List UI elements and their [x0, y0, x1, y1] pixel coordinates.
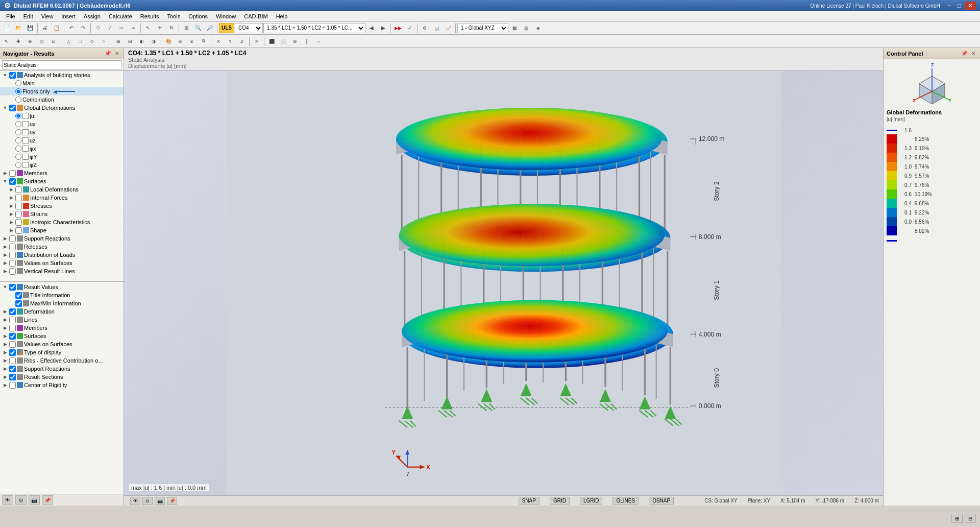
nav-pin-button[interactable]: 📌 — [103, 50, 112, 57]
tb2-btn13[interactable]: ◑ — [148, 36, 159, 47]
nav-shape-row[interactable]: ▶ Shape — [0, 226, 124, 234]
nav-expand-ribs[interactable]: ▶ — [2, 358, 8, 363]
tb2-btn11[interactable]: ⊟ — [125, 36, 136, 47]
nav-cb-shape[interactable] — [15, 227, 22, 234]
tb2-btn1[interactable]: ↖ — [1, 36, 12, 47]
cp-close-button[interactable]: ✕ — [970, 50, 977, 57]
nav-title-info-row[interactable]: Title Information — [0, 291, 124, 299]
nav-cb-inner-phix[interactable] — [22, 146, 29, 152]
nav-expand-lines[interactable]: ▶ — [2, 317, 8, 322]
nav-cb-internal-forces[interactable] — [15, 195, 22, 201]
tb-zoom-out[interactable]: 🔎 — [204, 22, 215, 34]
osnap-button[interactable]: OSNAP — [649, 497, 674, 505]
nav-expand-surfaces2[interactable]: ▶ — [2, 333, 8, 339]
menu-calculate[interactable]: Calculate — [105, 13, 136, 20]
tb2-btn21[interactable]: ✕ — [251, 36, 262, 47]
nav-expand-type-display[interactable]: ▶ — [2, 350, 8, 355]
nav-surfaces2-row[interactable]: ▶ Surfaces — [0, 332, 124, 340]
nav-uz-row[interactable]: uz — [0, 136, 124, 145]
tb2-btn22[interactable]: ⬛ — [266, 36, 277, 47]
nav-cb-deformation[interactable] — [9, 308, 16, 315]
nav-expand-support-reactions2[interactable]: ▶ — [2, 366, 8, 371]
maximize-button[interactable]: □ — [954, 2, 964, 10]
nav-cb-title-info[interactable] — [15, 292, 22, 299]
nav-vertical-result-lines-row[interactable]: ▶ Vertical Result Lines — [0, 267, 124, 275]
tb2-btn17[interactable]: ⧉ — [198, 36, 209, 47]
tb-prev-result[interactable]: ◀ — [366, 22, 377, 34]
tb-undo[interactable]: ↶ — [66, 22, 77, 34]
nav-close-button[interactable]: ✕ — [113, 50, 120, 57]
tb-move[interactable]: ✛ — [154, 22, 165, 34]
nav-ribs-row[interactable]: ▶ Ribs - Effective Contribution on Surfa… — [0, 356, 124, 365]
nav-radio-floors-only-row[interactable]: Floors only ◀ — [0, 87, 124, 95]
nav-expand-strains[interactable]: ▶ — [8, 211, 14, 217]
load-expression-combo[interactable]: 1.35 * LC1 + 1.50 * LC2 + 1.05 * LC... — [263, 23, 365, 33]
tb-zoom-in[interactable]: 🔍 — [192, 22, 204, 34]
nav-releases-row[interactable]: ▶ Releases — [0, 243, 124, 251]
tb-run-calc[interactable]: ▶▶ — [393, 22, 404, 34]
view-combo[interactable]: 1 - Global XYZ — [457, 23, 508, 33]
nav-distribution-of-loads-row[interactable]: ▶ Distribution of Loads — [0, 251, 124, 259]
nav-cb-members[interactable] — [9, 170, 16, 177]
nav-stresses-row[interactable]: ▶ Stresses — [0, 202, 124, 210]
nav-maxmin-row[interactable]: Max/Min Information — [0, 299, 124, 307]
nav-cb-center-rigidity[interactable] — [9, 382, 16, 389]
nav-cb-vert-lines[interactable] — [9, 268, 16, 275]
nav-type-display-row[interactable]: ▶ Type of display — [0, 348, 124, 356]
nav-expand-result-sections[interactable]: ▶ — [2, 374, 8, 379]
nav-support-reactions2-row[interactable]: ▶ Support Reactions — [0, 365, 124, 373]
nav-expand-center-rigidity[interactable]: ▶ — [2, 382, 8, 388]
nav-expand-result-values[interactable]: ▼ — [2, 284, 8, 290]
load-case-combo[interactable]: CO4 — [235, 23, 263, 33]
lgrid-button[interactable]: LGRID — [580, 497, 603, 505]
nav-cb-members2[interactable] — [9, 325, 16, 331]
nav-center-rigidity-row[interactable]: ▶ Center of Rigidity — [0, 381, 124, 389]
tb-print[interactable]: 🖨 — [39, 22, 51, 34]
nav-ux-row[interactable]: ux — [0, 120, 124, 128]
nav-radio-uy[interactable] — [15, 129, 21, 135]
snap-button[interactable]: SNAP — [519, 497, 540, 505]
nav-cb-inner-phiy[interactable] — [22, 154, 29, 160]
nav-expand-isotropic[interactable]: ▶ — [8, 220, 14, 225]
glines-button[interactable]: GLINES — [612, 497, 639, 505]
nav-expand-shape[interactable]: ▶ — [8, 228, 14, 233]
nav-cb-inner-uz[interactable] — [22, 137, 29, 143]
nav-cb-ribs[interactable] — [9, 357, 16, 364]
nav-cb-local-def[interactable] — [15, 186, 22, 193]
nav-cb-vals-surfaces2[interactable] — [9, 341, 16, 348]
nav-vals-surfaces2-row[interactable]: ▶ Values on Surfaces — [0, 340, 124, 348]
nav-radio-ux[interactable] — [15, 121, 21, 127]
tb2-btn5[interactable]: ⊡ — [48, 36, 59, 47]
tb2-btn23[interactable]: ⬜ — [278, 36, 289, 47]
nav-members-row[interactable]: ▶ Members — [0, 169, 124, 177]
tb-redo[interactable]: ↷ — [78, 22, 89, 34]
nav-cb-support-reactions2[interactable] — [9, 366, 16, 372]
close-button[interactable]: ✕ — [965, 2, 976, 10]
tb-nodes[interactable]: ⬡ — [92, 22, 104, 34]
tb2-btn12[interactable]: ◐ — [136, 36, 148, 47]
nav-expand-surfaces[interactable]: ▼ — [2, 179, 8, 184]
menu-file[interactable]: File — [2, 13, 19, 20]
nav-cb-inner-u[interactable] — [22, 113, 29, 119]
tb-lines[interactable]: ╱ — [104, 22, 115, 34]
nav-cb-releases[interactable] — [9, 244, 16, 250]
tb-open[interactable]: 📂 — [13, 22, 24, 34]
nav-radio-main-row[interactable]: Main — [0, 79, 124, 87]
nav-expand-dist-loads[interactable]: ▶ — [2, 252, 8, 257]
nav-expand-stresses[interactable]: ▶ — [8, 203, 14, 208]
nav-radio-u[interactable] — [15, 113, 21, 119]
menu-options[interactable]: Options — [184, 13, 212, 20]
nav-phix-row[interactable]: φx — [0, 145, 124, 153]
tb2-btn9[interactable]: ○ — [98, 36, 109, 47]
tb-more1[interactable]: ⚙ — [419, 22, 430, 34]
nav-expand-vert-lines[interactable]: ▶ — [2, 269, 8, 274]
nav-cb-inner-ux[interactable] — [22, 121, 29, 127]
nav-cb-surfaces2[interactable] — [9, 333, 16, 340]
menu-tools[interactable]: Tools — [163, 13, 184, 20]
nav-phiz-row[interactable]: φZ — [0, 161, 124, 169]
nav-cb-dist-loads[interactable] — [9, 252, 16, 258]
nav-cb-global-def[interactable] — [9, 105, 16, 111]
menu-help[interactable]: Help — [272, 13, 292, 20]
nav-btn-circle[interactable]: ⊙ — [15, 495, 27, 505]
nav-expand-internal-forces[interactable]: ▶ — [8, 195, 14, 200]
